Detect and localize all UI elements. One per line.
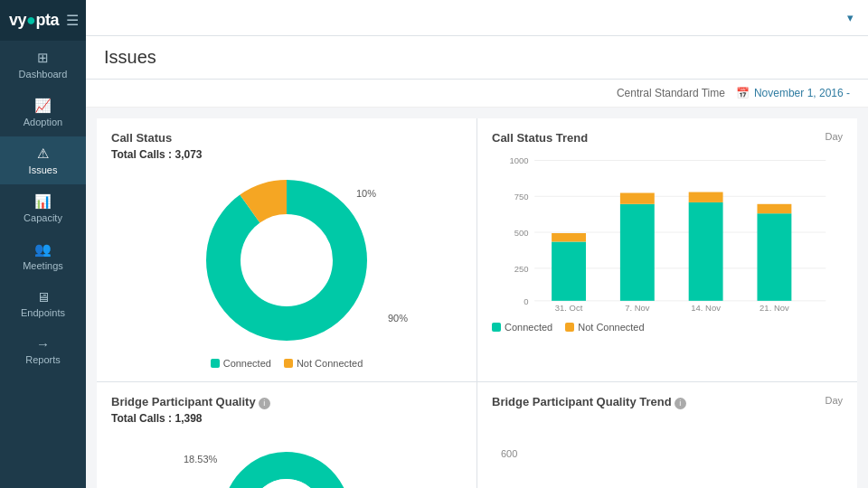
bridge-quality-total: Total Calls : 1,398 [111, 412, 462, 425]
donut-chart-container: 10% 90% Connected [111, 170, 462, 369]
sidebar-item-label: Reports [25, 354, 61, 365]
adoption-icon: 📈 [34, 98, 52, 114]
bar-connected-3 [689, 202, 723, 301]
svg-text:0: 0 [524, 296, 528, 306]
svg-text:1000: 1000 [509, 155, 528, 165]
connected-dot [211, 359, 220, 368]
svg-text:7. Nov: 7. Nov [625, 303, 650, 313]
connected-label: Connected [223, 358, 271, 369]
bridge-quality-card: Bridge Participant Quality i Total Calls… [97, 382, 476, 488]
bridge-quality-trend-title: Bridge Participant Quality Trend [492, 395, 672, 408]
svg-text:750: 750 [514, 192, 529, 202]
sidebar: vy●pta ☰ ⊞ Dashboard 📈 Adoption ⚠ Issues… [0, 0, 86, 488]
bar-not-connected-1 [552, 233, 586, 241]
sidebar-item-label: Adoption [24, 117, 62, 127]
sidebar-item-meetings[interactable]: 👥 Meetings [0, 232, 86, 280]
svg-text:31. Oct: 31. Oct [555, 303, 583, 313]
bridge-donut-svg [214, 443, 359, 488]
bar-connected-1 [552, 241, 586, 300]
trend-legend: Connected Not Connected [492, 322, 843, 333]
endpoints-icon: 🖥 [36, 289, 50, 305]
page-title: Issues [104, 47, 850, 68]
bridge-trend-info-icon[interactable]: i [675, 398, 686, 409]
bridge-quality-info-icon[interactable]: i [259, 398, 270, 409]
capacity-icon: 📊 [34, 193, 52, 210]
not-connected-label: Not Connected [297, 358, 363, 369]
main-content: ▾ Issues Central Standard Time 📅 Novembe… [86, 0, 868, 488]
bar-not-connected-2 [620, 192, 655, 203]
bridge-pct-label: 18.53% [184, 454, 217, 465]
trend-not-connected-label: Not Connected [578, 322, 644, 333]
trend-not-connected-dot [565, 323, 574, 332]
sidebar-item-label: Meetings [23, 260, 63, 271]
bar-not-connected-4 [757, 204, 791, 213]
trend-legend-connected: Connected [492, 322, 552, 333]
call-status-title: Call Status [111, 131, 462, 145]
date-bar: Central Standard Time 📅 November 1, 2016… [86, 80, 868, 108]
content-area: Issues Central Standard Time 📅 November … [86, 36, 868, 488]
trend-legend-not-connected: Not Connected [565, 322, 644, 333]
day-label: Day [825, 131, 843, 142]
trend-title: Call Status Trend [492, 131, 843, 145]
bridge-quality-trend-card: Bridge Participant Quality Trend i Day 6… [477, 382, 857, 488]
bar-connected-4 [757, 213, 791, 301]
date-value: November 1, 2016 - [754, 87, 850, 99]
date-picker[interactable]: 📅 November 1, 2016 - [736, 87, 850, 99]
sidebar-item-label: Issues [29, 164, 58, 175]
bridge-title-row: Bridge Participant Quality i [111, 395, 462, 412]
page-header: Issues [86, 36, 868, 80]
donut-label-90: 90% [388, 313, 408, 324]
bar-chart-svg: 1000 750 500 250 0 [492, 152, 843, 314]
call-status-total: Total Calls : 3,073 [111, 148, 462, 161]
timezone-label: Central Standard Time [617, 87, 725, 99]
reports-icon: → [36, 336, 50, 352]
app-title[interactable]: ▾ [844, 11, 854, 24]
bar-chart-area: 1000 750 500 250 0 [492, 152, 843, 314]
sidebar-item-capacity[interactable]: 📊 Capacity [0, 184, 86, 232]
svg-text:250: 250 [514, 264, 529, 274]
sidebar-item-label: Dashboard [19, 69, 68, 80]
bridge-trend-y-label: 600 [501, 448, 517, 459]
donut-legend: Connected Not Connected [211, 358, 363, 369]
svg-text:500: 500 [514, 228, 529, 238]
issues-icon: ⚠ [37, 145, 49, 162]
sidebar-item-reports[interactable]: → Reports [0, 327, 86, 374]
charts-grid: Call Status Total Calls : 3,073 10% 90% [97, 118, 857, 488]
sidebar-item-label: Endpoints [21, 307, 65, 318]
bar-not-connected-3 [689, 192, 723, 202]
legend-connected: Connected [211, 358, 271, 369]
call-status-trend-card: Call Status Trend Day 1000 750 500 250 0 [477, 118, 857, 381]
donut-label-10: 10% [356, 188, 376, 199]
svg-point-2 [241, 215, 332, 305]
bridge-trend-y-start: 600 [492, 412, 843, 459]
bridge-donut-preview: 18.53% [111, 434, 462, 488]
svg-text:21. Nov: 21. Nov [760, 303, 789, 313]
legend-not-connected: Not Connected [284, 358, 363, 369]
dropdown-icon: ▾ [847, 11, 854, 24]
bridge-quality-title: Bridge Participant Quality [111, 395, 256, 408]
svg-text:14. Nov: 14. Nov [691, 303, 721, 313]
call-status-card: Call Status Total Calls : 3,073 10% 90% [97, 118, 476, 381]
dashboard-icon: ⊞ [37, 50, 49, 66]
bar-connected-2 [620, 204, 655, 301]
meetings-icon: 👥 [34, 241, 52, 258]
topbar: ▾ [86, 0, 868, 36]
bridge-trend-day-label: Day [825, 395, 843, 406]
sidebar-item-issues[interactable]: ⚠ Issues [0, 136, 86, 184]
sidebar-item-dashboard[interactable]: ⊞ Dashboard [0, 41, 86, 89]
logo: vy●pta ☰ [0, 0, 86, 41]
trend-connected-label: Connected [505, 322, 552, 333]
logo-text: vy●pta [9, 11, 59, 30]
sidebar-item-label: Capacity [24, 212, 62, 223]
donut-chart-svg [196, 170, 377, 351]
trend-connected-dot [492, 323, 501, 332]
sidebar-item-adoption[interactable]: 📈 Adoption [0, 89, 86, 136]
hamburger-icon[interactable]: ☰ [66, 12, 79, 29]
not-connected-dot [284, 359, 293, 368]
sidebar-item-endpoints[interactable]: 🖥 Endpoints [0, 280, 86, 327]
bridge-trend-title-row: Bridge Participant Quality Trend i [492, 395, 843, 412]
calendar-icon: 📅 [736, 87, 750, 99]
